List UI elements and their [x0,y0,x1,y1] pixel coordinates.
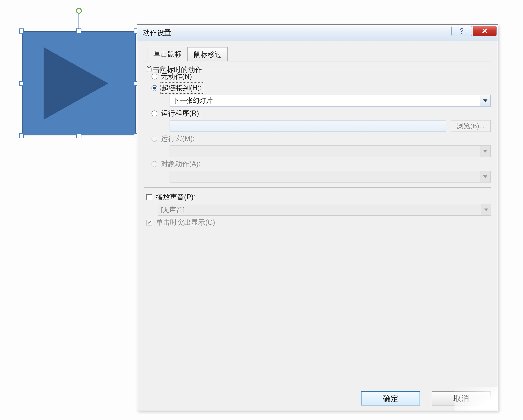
radio-run-program[interactable] [152,110,157,116]
radio-none[interactable] [152,74,157,80]
hyperlink-target-value: 下一张幻灯片 [173,96,213,105]
resize-handle-tm[interactable] [76,28,82,33]
ok-button-label: 确定 [383,393,398,404]
resize-handle-ml[interactable] [19,81,24,86]
svg-marker-3 [484,208,488,211]
radio-object-action-label: 对象动作(A): [161,159,201,169]
hyperlink-target-combo[interactable]: 下一张幻灯片 [170,95,491,107]
help-icon: ? [459,27,464,35]
checkbox-play-sound-row[interactable]: 播放声音(P): [147,192,491,202]
radio-object-action [152,161,157,167]
radio-hyperlink[interactable] [152,85,157,91]
action-settings-dialog: 动作设置 ? ✕ 单击鼠标 鼠标移过 单击鼠标时的动作 [137,24,498,411]
svg-marker-2 [483,175,488,178]
radio-hyperlink-row[interactable]: 超链接到(H): [152,83,491,93]
radio-run-program-label: 运行程序(R): [161,108,201,118]
radio-run-macro-row: 运行宏(M): [152,134,491,143]
checkbox-highlight [147,220,152,225]
close-button[interactable]: ✕ [473,26,497,36]
svg-marker-0 [483,99,488,102]
radio-run-program-row[interactable]: 运行程序(R): [152,108,491,118]
radio-object-action-row: 对象动作(A): [152,159,491,169]
checkbox-highlight-label: 单击时突出显示(C) [156,218,215,227]
chevron-down-icon [480,171,490,182]
browse-button[interactable]: 浏览(B)... [451,120,491,132]
selected-shape[interactable] [22,31,136,135]
resize-handle-bl[interactable] [19,133,24,138]
rotate-handle[interactable] [76,8,82,14]
resize-handle-bm[interactable] [76,133,82,138]
run-macro-combo [170,145,491,157]
play-sound-value: [无声音] [161,205,185,214]
checkbox-play-sound-label: 播放声音(P): [156,192,196,202]
chevron-down-icon[interactable] [480,95,490,106]
tab-mouse-click-label: 单击鼠标 [154,50,182,58]
chevron-down-icon [480,146,490,157]
radio-run-macro [152,136,157,142]
browse-button-label: 浏览(B)... [457,122,485,131]
tab-mouse-over-label: 鼠标移过 [194,50,222,58]
chevron-down-icon [481,204,491,215]
radio-hyperlink-label: 超链接到(H): [161,83,203,93]
play-sound-combo: [无声音] [158,204,491,216]
object-action-combo [170,171,491,182]
dialog-title: 动作设置 [143,28,171,38]
dialog-titlebar[interactable]: 动作设置 ? ✕ [137,25,498,41]
decorative-fade [455,387,498,411]
radio-run-macro-label: 运行宏(M): [161,134,195,143]
ok-button[interactable]: 确定 [361,391,420,405]
tab-mouse-click[interactable]: 单击鼠标 [147,47,188,61]
svg-marker-1 [483,150,488,152]
group-label: 单击鼠标时的动作 [146,65,204,74]
resize-handle-tl[interactable] [19,28,24,33]
action-on-click-group: 单击鼠标时的动作 无动作(N) 超链接到(H): 下一张幻灯片 [144,66,491,182]
run-program-path-input[interactable] [170,120,446,132]
help-button[interactable]: ? [451,26,472,36]
tab-mouse-over[interactable]: 鼠标移过 [188,47,228,61]
play-arrow-icon [44,47,108,120]
checkbox-highlight-row: 单击时突出显示(C) [147,218,491,227]
close-icon: ✕ [482,27,488,35]
separator [144,187,491,188]
checkbox-play-sound[interactable] [147,194,152,200]
